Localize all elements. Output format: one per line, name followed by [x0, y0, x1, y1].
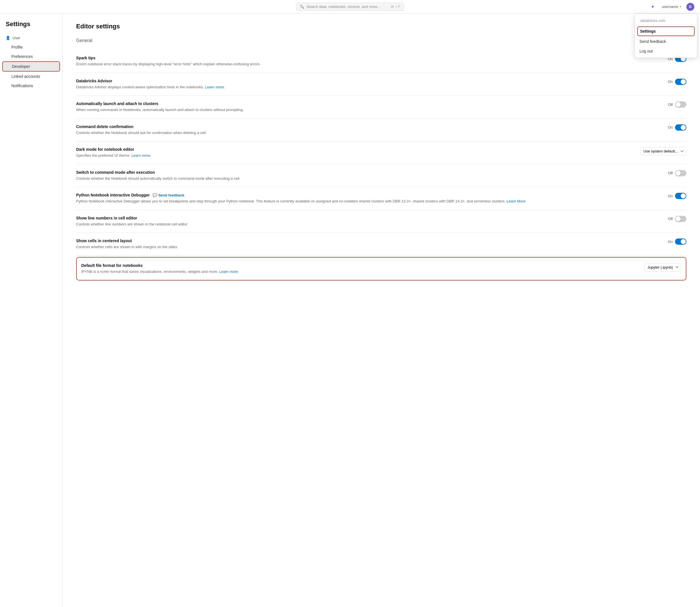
learn-more-link-advisor[interactable]: Learn more. [205, 85, 225, 89]
toggle-thumb-command-mode [676, 171, 681, 176]
toggle-auto-launch[interactable] [675, 101, 686, 108]
setting-desc-command-mode: Controls whether the Notebook should aut… [76, 176, 658, 182]
setting-info-spark-tips: Spark tips Enrich notebook error stack t… [76, 56, 658, 67]
chevron-down-icon: ▾ [680, 5, 681, 8]
spark-icon[interactable]: ✦ [648, 3, 657, 11]
sidebar-item-profile[interactable]: Profile [2, 43, 60, 52]
setting-name-command-delete: Command delete confirmation [76, 124, 658, 129]
setting-info-debugger: Python Notebook Interactive Debugger 💬 S… [76, 193, 658, 204]
toggle-centered-layout[interactable] [675, 238, 686, 245]
toggle-label-auto-launch: Off [668, 103, 673, 107]
setting-info-dark-mode: Dark mode for notebook editor Specifies … [76, 147, 635, 159]
sidebar-item-preferences[interactable]: Preferences [2, 52, 60, 61]
setting-desc-file-format: IPYNB is a richer format that saves visu… [81, 269, 639, 275]
setting-desc-centered-layout: Controls whether cells are shown in with… [76, 244, 658, 250]
dark-mode-select[interactable]: Use system default... Light Dark [640, 147, 686, 155]
toggle-command-mode[interactable] [675, 170, 686, 176]
dropdown-item-send-feedback[interactable]: Send feedback [635, 37, 697, 46]
sidebar-item-notifications[interactable]: Notifications [2, 81, 60, 90]
setting-row-auto-launch: Automatically launch and attach to clust… [76, 96, 686, 119]
setting-desc-auto-launch: When running commands in Notebooks, auto… [76, 107, 658, 113]
toggle-debugger[interactable] [675, 193, 686, 199]
setting-info-line-numbers: Show line numbers in cell editor Control… [76, 216, 658, 227]
dropdown-item-logout[interactable]: Log out [635, 46, 697, 56]
dropdown-header: .databricks.com [635, 16, 697, 25]
topbar-right: ✦ username ▾ D [648, 3, 694, 11]
debugger-send-feedback-link[interactable]: 💬 Send feedback [153, 193, 184, 197]
setting-info-file-format: Default file format for notebooks IPYNB … [81, 263, 639, 275]
setting-control-auto-launch: Off [664, 101, 686, 108]
setting-name-dark-mode: Dark mode for notebook editor [76, 147, 635, 152]
toggle-label-command-mode: Off [668, 171, 673, 175]
user-dropdown-menu: .databricks.com Settings Send feedback L… [635, 14, 697, 58]
setting-row-command-mode: Switch to command mode after execution C… [76, 164, 686, 187]
toggle-thumb-databricks-advisor [681, 79, 686, 84]
setting-info-command-delete: Command delete confirmation Controls whe… [76, 124, 658, 136]
chat-icon: 💬 [153, 193, 157, 197]
setting-row-databricks-advisor: Databricks Advisor Databricks Advisor di… [76, 73, 686, 96]
toggle-label-centered-layout: On [668, 239, 673, 244]
user-circle-icon: 👤 [6, 36, 10, 40]
setting-desc-dark-mode: Specifies the preferred UI theme. Learn … [76, 153, 635, 159]
sidebar-item-developer[interactable]: Developer [2, 61, 60, 71]
layout: Settings 👤 User Profile Preferences Deve… [0, 14, 700, 607]
toggle-thumb-debugger [681, 193, 686, 198]
setting-name-file-format: Default file format for notebooks [81, 263, 639, 268]
page-title: Editor settings [76, 23, 686, 30]
toggle-databricks-advisor[interactable] [675, 79, 686, 85]
setting-control-command-mode: Off [664, 170, 686, 176]
toggle-thumb-auto-launch [676, 102, 681, 107]
topbar: 🔍 Search data, notebooks, recents, and m… [0, 0, 700, 14]
user-name: username [662, 4, 678, 9]
setting-info-databricks-advisor: Databricks Advisor Databricks Advisor di… [76, 79, 658, 90]
setting-info-auto-launch: Automatically launch and attach to clust… [76, 101, 658, 113]
setting-row-centered-layout: Show cells in centered layout Controls w… [76, 233, 686, 256]
setting-name-databricks-advisor: Databricks Advisor [76, 79, 658, 83]
learn-more-link-dark-mode[interactable]: Learn more. [131, 153, 151, 158]
setting-row-spark-tips: Spark tips Enrich notebook error stack t… [76, 50, 686, 73]
user-dropdown[interactable]: username ▾ [659, 3, 683, 10]
setting-desc-databricks-advisor: Databricks Advisor displays context-awar… [76, 84, 658, 90]
setting-control-line-numbers: Off [664, 216, 686, 222]
toggle-command-delete[interactable] [675, 124, 686, 131]
setting-name-centered-layout: Show cells in centered layout [76, 238, 658, 243]
file-format-select[interactable]: Jupyter (.ipynb) Source only [644, 263, 681, 271]
toggle-line-numbers[interactable] [675, 216, 686, 222]
setting-control-centered-layout: On [664, 238, 686, 245]
setting-row-dark-mode: Dark mode for notebook editor Specifies … [76, 141, 686, 164]
setting-desc-debugger: Python Notebook Interactive Debugger all… [76, 198, 658, 204]
toggle-label-line-numbers: Off [668, 217, 673, 221]
setting-control-command-delete: On [664, 124, 686, 131]
setting-row-debugger: Python Notebook Interactive Debugger 💬 S… [76, 187, 686, 210]
toggle-thumb-line-numbers [676, 216, 681, 222]
setting-desc-line-numbers: Controls whether line numbers are shown … [76, 222, 658, 227]
setting-name-spark-tips: Spark tips [76, 56, 658, 60]
section-title: General [76, 38, 686, 43]
toggle-label-debugger: On [668, 194, 673, 198]
learn-more-link-debugger[interactable]: Learn More [506, 199, 525, 203]
setting-info-command-mode: Switch to command mode after execution C… [76, 170, 658, 182]
avatar[interactable]: D [686, 3, 694, 11]
sidebar-item-linked-accounts[interactable]: Linked accounts [2, 72, 60, 81]
setting-desc-spark-tips: Enrich notebook error stack traces by di… [76, 61, 658, 67]
setting-control-dark-mode: Use system default... Light Dark [640, 147, 686, 155]
learn-more-link-file-format[interactable]: Learn more [219, 269, 238, 274]
setting-control-databricks-advisor: On [664, 79, 686, 85]
search-icon: 🔍 [300, 4, 304, 9]
toggle-label-command-delete: On [668, 125, 673, 129]
toggle-thumb-command-delete [681, 125, 686, 130]
search-placeholder-text: Search data, notebooks, recents, and mor… [306, 4, 380, 9]
sidebar-title: Settings [0, 20, 62, 34]
setting-info-centered-layout: Show cells in centered layout Controls w… [76, 238, 658, 250]
setting-name-debugger: Python Notebook Interactive Debugger 💬 S… [76, 193, 658, 197]
setting-name-command-mode: Switch to command mode after execution [76, 170, 658, 174]
search-bar[interactable]: 🔍 Search data, notebooks, recents, and m… [296, 3, 404, 11]
dropdown-item-settings[interactable]: Settings [637, 26, 695, 36]
setting-name-auto-launch: Automatically launch and attach to clust… [76, 101, 658, 106]
setting-row-line-numbers: Show line numbers in cell editor Control… [76, 210, 686, 233]
setting-desc-command-delete: Controls whether the Notebook should ask… [76, 130, 658, 136]
setting-name-line-numbers: Show line numbers in cell editor [76, 216, 658, 220]
toggle-label-databricks-advisor: On [668, 80, 673, 84]
sidebar: Settings 👤 User Profile Preferences Deve… [0, 14, 62, 607]
setting-row-file-format: Default file format for notebooks IPYNB … [76, 257, 686, 281]
